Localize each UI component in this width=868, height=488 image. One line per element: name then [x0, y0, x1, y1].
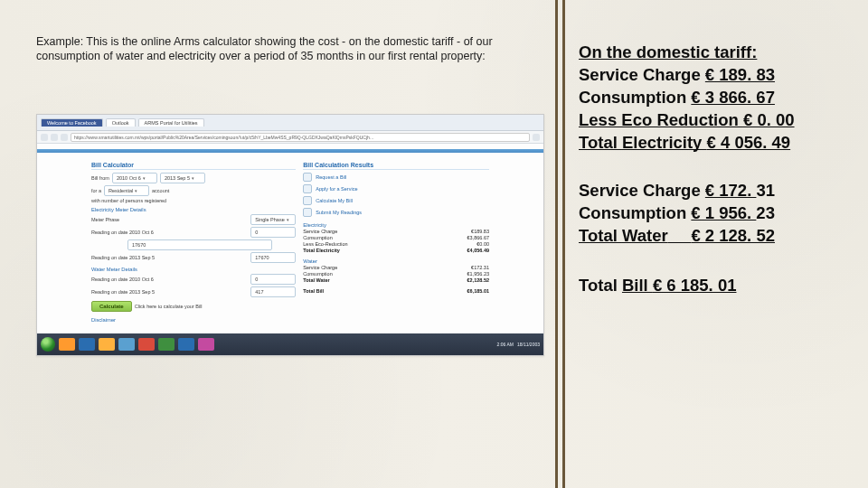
calc-hint: Click here to calculate your Bill	[135, 304, 203, 309]
taskbar-app-0[interactable]	[59, 338, 75, 351]
sum-etot-a: Total	[579, 133, 622, 152]
water-r2-label: Reading on date 2013 Sep 5	[91, 289, 155, 295]
elec-eco-lbl: Less Eco-Reduction	[303, 241, 347, 247]
sum-wsvc-val2: 31	[756, 181, 775, 200]
sum-eco-val: € 0. 00	[743, 110, 795, 129]
link-request-bill[interactable]: Request a Bill	[303, 173, 489, 182]
sum-con-val: € 3 866. 67	[691, 88, 775, 107]
doc-icon	[303, 173, 312, 182]
phase-label: Meter Phase	[91, 217, 119, 222]
water-tot-val: €2,128.52	[467, 277, 489, 283]
billfrom-label: Bill from	[91, 175, 109, 181]
start-orb-icon[interactable]	[41, 337, 55, 352]
water-section: Water	[303, 258, 489, 264]
total-bill-lbl: Total Bill	[303, 288, 324, 294]
upload-icon	[303, 208, 312, 217]
results-heading: Bill Calculation Results	[303, 162, 489, 170]
header-ribbon	[37, 149, 543, 153]
tab-outlook[interactable]: Outlook	[106, 118, 136, 127]
tab-arms[interactable]: ARMS Portal for Utilities	[138, 118, 204, 127]
elec-svc-lbl: Service Charge	[303, 229, 337, 234]
elec-r1b-input[interactable]: 17670	[127, 239, 272, 250]
browser-tabstrip: Welcome to Facebook Outlook ARMS Portal …	[37, 115, 543, 131]
link-submit-read[interactable]: Submit My Readings	[303, 208, 489, 217]
sum-wtot-c: € 2 128. 52	[691, 226, 775, 245]
sum-wtot-b: Water	[622, 226, 668, 245]
taskbar-app-7[interactable]	[198, 338, 214, 351]
taskbar-app-1[interactable]	[79, 338, 95, 351]
url-input[interactable]: https://www.smartutilities.com.mt/wps/po…	[71, 133, 530, 142]
elec-tot-lbl: Total Electricity	[303, 248, 340, 253]
disclaimer-heading: Disclaimer	[91, 317, 296, 323]
bookmark-icon[interactable]	[533, 134, 540, 141]
address-bar-row: https://www.smartutilities.com.mt/wps/po…	[37, 131, 543, 144]
sum-con-lbl: Consumption	[579, 88, 691, 107]
elec-r1-input[interactable]: 0	[250, 227, 296, 238]
sum-wsvc-val1: € 172.	[705, 181, 757, 200]
elec-details-heading: Electricity Meter Details	[91, 207, 296, 212]
water-tot-lbl: Total Water	[303, 277, 329, 283]
tab-facebook[interactable]: Welcome to Facebook	[41, 118, 103, 127]
water-con-val: €1,956.23	[467, 271, 489, 277]
sum-eco-lbl: Less Eco Reduction	[579, 110, 743, 129]
summary-panel: On the domestic tariff: Service Charge €…	[579, 42, 850, 297]
elec-section: Electricity	[303, 222, 489, 228]
sum-svc-val: € 189. 83	[705, 65, 775, 84]
elec-eco-val: €0.00	[476, 241, 489, 247]
taskbar-app-2[interactable]	[99, 338, 115, 351]
reload-icon[interactable]	[61, 134, 68, 141]
summary-title: On the domestic tariff:	[579, 42, 757, 61]
sum-total-a: Total	[579, 276, 622, 295]
taskbar-app-3[interactable]	[118, 338, 135, 351]
date-to-input[interactable]: 2013 Sep 5	[160, 173, 205, 183]
form-heading: Bill Calculator	[91, 162, 296, 170]
elec-svc-val: €189.83	[471, 229, 489, 234]
water-details-heading: Water Meter Details	[91, 267, 296, 272]
divider-1	[555, 0, 558, 488]
link-calc-bill[interactable]: Calculate My Bill	[303, 196, 489, 205]
account-type-select[interactable]: Residential	[104, 185, 149, 196]
taskbar-app-5[interactable]	[158, 338, 175, 351]
sum-svc-lbl: Service Charge	[579, 65, 705, 84]
tray-time: 2:06 AM	[497, 342, 514, 347]
results-pane: Bill Calculation Results Request a Bill …	[303, 162, 489, 306]
taskbar: 2:06 AM 18/11/2003	[37, 333, 543, 355]
sum-wtot-pad	[668, 226, 692, 245]
calc-icon	[303, 196, 312, 205]
sum-total-b: Bill	[622, 276, 653, 295]
elec-r1-label: Reading on date 2010 Oct 6	[91, 230, 154, 235]
water-con-lbl: Consumption	[303, 271, 332, 277]
sum-wtot-a: Total	[579, 226, 622, 245]
water-r2-input[interactable]: 417	[250, 286, 296, 297]
elec-tot-val: €4,056.49	[467, 248, 489, 253]
water-r1-input[interactable]: 0	[250, 274, 296, 285]
persons-label: with number of persons registered	[91, 198, 166, 203]
example-caption: Example: This is the online Arms calcula…	[36, 34, 544, 64]
elec-r2-input[interactable]: 17670	[250, 252, 296, 263]
sum-wcon-val1: € 1 956.	[691, 203, 756, 222]
phase-select[interactable]: Single Phase	[250, 214, 296, 225]
nav-forward-icon[interactable]	[51, 134, 58, 141]
elec-r2-label: Reading on date 2013 Sep 5	[91, 255, 155, 260]
divider-2	[562, 0, 565, 488]
total-bill-val: €6,185.01	[467, 288, 489, 294]
for-label: for a	[91, 188, 101, 193]
sum-wcon-val2: 23	[756, 203, 775, 222]
sum-wcon-lbl: Consumption	[579, 203, 691, 222]
tray-date: 18/11/2003	[517, 342, 540, 347]
sum-etot-b: Electricity	[622, 133, 707, 152]
taskbar-app-6[interactable]	[178, 338, 194, 351]
nav-back-icon[interactable]	[41, 134, 48, 141]
elec-con-val: €3,866.67	[467, 235, 489, 240]
screenshot: Welcome to Facebook Outlook ARMS Portal …	[36, 114, 544, 356]
calculate-button[interactable]: Calculate	[91, 301, 132, 312]
taskbar-app-4[interactable]	[138, 338, 155, 351]
water-svc-val: €172.31	[471, 265, 489, 270]
bill-calculator-form: Bill Calculator Bill from 2010 Oct 6 201…	[91, 162, 296, 306]
sum-etot-c: € 4 056. 49	[707, 133, 791, 152]
wrench-icon	[303, 184, 312, 193]
link-apply-service[interactable]: Apply for a Service	[303, 184, 489, 193]
date-from-input[interactable]: 2010 Oct 6	[112, 173, 157, 183]
elec-con-lbl: Consumption	[303, 235, 332, 240]
water-r1-label: Reading on date 2010 Oct 6	[91, 277, 154, 282]
